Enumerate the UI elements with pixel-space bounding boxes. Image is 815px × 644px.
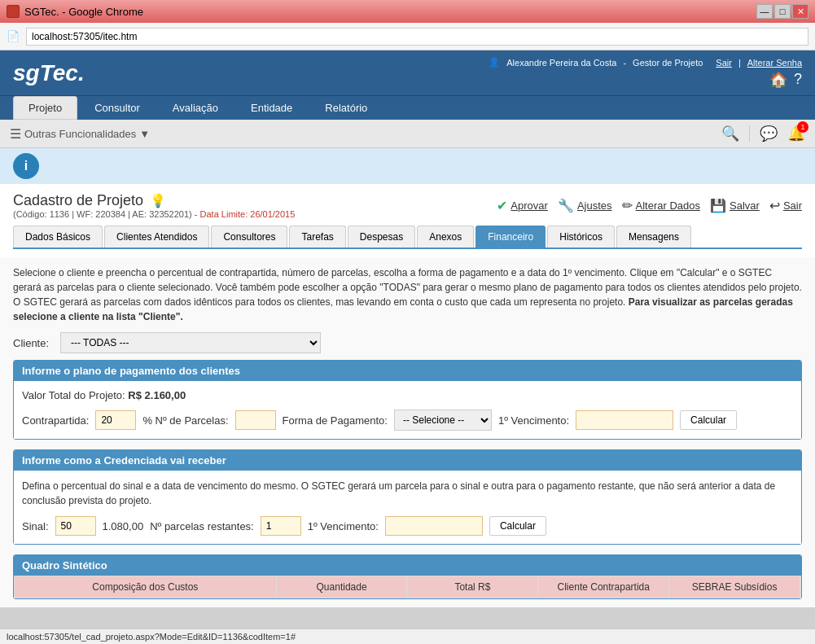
nav-tab-entidade[interactable]: Entidade <box>235 96 308 120</box>
notification-badge: 1 <box>797 121 808 133</box>
credenciada-fields: Sinal: 1.080,00 Nº parcelas restantes: 1… <box>22 516 793 536</box>
tab-anexos[interactable]: Anexos <box>417 226 474 248</box>
tab-tarefas[interactable]: Tarefas <box>289 226 345 248</box>
hamburger-menu[interactable]: ☰ Outras Funcionalidades ▼ <box>10 126 150 142</box>
col-total: Total R$ <box>407 576 538 598</box>
salvar-button[interactable]: 💾 Salvar <box>710 198 760 213</box>
info-bar: i <box>0 148 815 184</box>
section-credenciada-body: Defina o percentual do sinal e a data de… <box>14 471 801 544</box>
hamburger-icon: ☰ <box>10 126 21 142</box>
comment-icon[interactable]: 💬 <box>760 125 778 142</box>
vencimento-label: 1º Vencimento: <box>498 414 569 427</box>
approve-icon: ✔ <box>497 198 507 213</box>
credenciada-desc: Defina o percentual do sinal e a data de… <box>22 479 793 508</box>
sinal-amount: 1.080,00 <box>103 520 144 532</box>
tab-historicos[interactable]: Históricos <box>547 226 615 248</box>
nav-tab-consultor[interactable]: Consultor <box>79 96 156 120</box>
main-content: Selecione o cliente e preencha o percent… <box>0 257 815 607</box>
section-credenciada: Informe como a Credenciada vai receber D… <box>13 449 802 545</box>
vencimento-cred-input[interactable] <box>385 516 483 536</box>
header-icons: 🏠 ? <box>769 71 802 89</box>
search-icon[interactable]: 🔍 <box>721 125 739 142</box>
page-actions: ✔ Aprovar 🔧 Ajustes ✏ Alterar Dados 💾 Sa… <box>497 198 802 213</box>
instruction-body: Selecione o cliente e preencha o percent… <box>13 267 802 322</box>
title-text: Cadastro de Projeto <box>13 192 143 209</box>
instruction-text: Selecione o cliente e preencha o percent… <box>13 265 802 324</box>
payment-fields: Contrapartida: % Nº de Parcelas: Forma d… <box>22 410 793 431</box>
page-title-group: Cadastro de Projeto 💡 (Código: 1136 | WF… <box>13 192 295 219</box>
cliente-label: Cliente: <box>13 337 54 349</box>
home-icon[interactable]: 🏠 <box>769 71 787 89</box>
tab-mensagens[interactable]: Mensagens <box>616 226 691 248</box>
contrapartida-label: Contrapartida: <box>22 414 89 427</box>
info-icon: i <box>13 153 39 179</box>
parcelas-restantes-input[interactable] <box>261 516 301 536</box>
calcular-button-payment[interactable]: Calcular <box>680 410 737 430</box>
valor-total: Valor Total do Projeto: R$ 2.160,00 <box>22 389 793 401</box>
cliente-select[interactable]: --- TODAS --- <box>60 332 321 353</box>
user-name: Alexandre Pereira da Costa <box>506 58 616 68</box>
app-logo: sgTec. <box>13 60 85 86</box>
address-bar: 📄 <box>0 23 815 50</box>
tab-financeiro[interactable]: Financeiro <box>475 226 546 248</box>
vencimento-input[interactable] <box>576 410 673 430</box>
calcular-button-credenciada[interactable]: Calcular <box>489 516 546 536</box>
close-button[interactable]: ✕ <box>792 4 808 19</box>
url-input[interactable] <box>26 28 808 46</box>
section-quadro-title: Quadro Sintético <box>14 555 801 576</box>
tab-consultores[interactable]: Consultores <box>211 226 287 248</box>
chevron-down-icon: ▼ <box>139 128 150 140</box>
page-title: Cadastro de Projeto 💡 <box>13 192 295 209</box>
ajustes-label: Ajustes <box>577 199 612 212</box>
sair-button[interactable]: ↩ Sair <box>769 198 802 213</box>
ajustes-button[interactable]: 🔧 Ajustes <box>558 198 612 213</box>
table-header: Composição dos Custos Quantidade Total R… <box>14 576 801 598</box>
salvar-label: Salvar <box>730 199 760 212</box>
aprovar-label: Aprovar <box>510 199 548 212</box>
notification-bell[interactable]: 🔔 1 <box>787 125 805 142</box>
toolbar-icons: 🔍 💬 🔔 1 <box>721 125 805 142</box>
sinal-input[interactable] <box>55 516 96 536</box>
forma-select[interactable]: -- Selecione -- <box>394 410 492 431</box>
lightbulb-icon: 💡 <box>150 193 166 208</box>
col-contrapartida: Cliente Contrapartida <box>538 576 669 598</box>
toolbar: ☰ Outras Funcionalidades ▼ 🔍 💬 🔔 1 <box>0 120 815 148</box>
tab-clientes-atendidos[interactable]: Clientes Atendidos <box>104 226 209 248</box>
maximize-button[interactable]: □ <box>774 4 791 19</box>
sair-label: Sair <box>783 199 802 212</box>
tab-dados-basicos[interactable]: Dados Básicos <box>13 226 103 248</box>
nav-tab-avaliacao[interactable]: Avaliação <box>157 96 234 120</box>
header-right: 👤 Alexandre Pereira da Costa - Gestor de… <box>489 57 802 89</box>
section-payment-title: Informe o plano de pagamento dos cliente… <box>14 361 801 381</box>
cliente-row: Cliente: --- TODAS --- <box>13 332 802 353</box>
page-header: Cadastro de Projeto 💡 (Código: 1136 | WF… <box>13 192 802 219</box>
meta-text: (Código: 1136 | WF: 220384 | AE: 3235220… <box>13 209 200 219</box>
edit-icon: ✏ <box>622 198 633 213</box>
status-bar: localhost:57305/tel_cad_projeto.aspx?Mod… <box>0 629 815 644</box>
minimize-button[interactable]: — <box>756 4 773 19</box>
nav-tab-projeto[interactable]: Projeto <box>13 96 77 120</box>
sair-link[interactable]: Sair <box>716 58 732 68</box>
contrapartida-input[interactable] <box>95 410 136 430</box>
section-quadro: Quadro Sintético Composição dos Custos Q… <box>13 554 802 599</box>
window-controls[interactable]: — □ ✕ <box>756 4 808 19</box>
parcelas-input[interactable] <box>235 410 276 430</box>
alterar-senha-link[interactable]: Alterar Senha <box>747 58 802 68</box>
section-payment-body: Valor Total do Projeto: R$ 2.160,00 Cont… <box>14 381 801 439</box>
vencimento-cred-label: 1º Vencimento: <box>308 520 379 532</box>
tab-despesas[interactable]: Despesas <box>348 226 415 248</box>
section-credenciada-title: Informe como a Credenciada vai receber <box>14 450 801 471</box>
app-icon <box>7 5 20 18</box>
alterar-dados-button[interactable]: ✏ Alterar Dados <box>622 198 700 213</box>
nav-tab-relatorio[interactable]: Relatório <box>309 96 383 120</box>
help-icon[interactable]: ? <box>794 71 802 89</box>
user-icon: 👤 <box>489 57 500 68</box>
aprovar-button[interactable]: ✔ Aprovar <box>497 198 548 213</box>
data-limite-link[interactable]: Data Limite: 26/01/2015 <box>200 209 296 219</box>
save-icon: 💾 <box>710 198 726 213</box>
parcelas-label: % Nº de Parcelas: <box>142 414 228 427</box>
valor-total-text: Valor Total do Projeto: R$ 2.160,00 <box>22 389 186 401</box>
exit-icon: ↩ <box>769 198 780 213</box>
page-icon: 📄 <box>7 30 20 42</box>
divider <box>749 125 750 142</box>
